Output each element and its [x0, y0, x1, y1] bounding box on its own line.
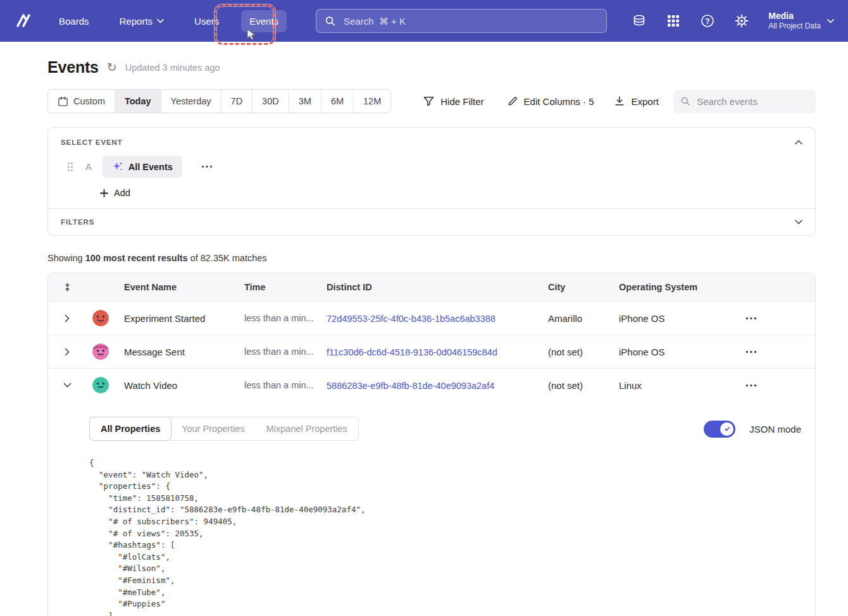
help-icon[interactable]: ? — [700, 13, 715, 28]
event-row-menu-icon[interactable] — [199, 163, 215, 171]
date-range-7d[interactable]: 7D — [221, 90, 253, 113]
drag-handle-icon[interactable] — [67, 162, 73, 172]
expand-row-icon[interactable] — [48, 314, 86, 323]
distinct-id-link[interactable]: 72d49553-25fc-4f0c-b436-1b5ac6ab3388 — [327, 314, 496, 324]
collapse-all-rows-icon[interactable] — [48, 282, 86, 292]
distinct-id-cell: 5886283e-e9fb-48fb-81de-40e9093a2af4 — [318, 380, 539, 391]
page-header: Events ↻ Updated 3 minutes ago — [47, 58, 816, 77]
nav-item-users[interactable]: Users — [186, 10, 227, 32]
city-cell: (not set) — [539, 347, 610, 357]
date-range-6m[interactable]: 6M — [321, 90, 353, 113]
chevron-down-icon — [827, 19, 834, 23]
os-cell: Linux — [610, 380, 722, 391]
date-range-yesterday[interactable]: Yesterday — [161, 90, 221, 113]
settings-gear-icon[interactable] — [734, 13, 749, 28]
row-menu-icon[interactable] — [722, 350, 815, 354]
filters-section-header[interactable]: FILTERS — [48, 208, 815, 235]
edit-columns-button[interactable]: Edit Columns · 5 — [507, 95, 594, 107]
table-row: Message Sent less than a min... f11c30d6… — [48, 335, 815, 368]
event-json-view: { "event": "Watch Video", "properties": … — [89, 457, 801, 616]
toolbar: Custom Today Yesterday 7D 30D 3M 6M 12M … — [47, 89, 816, 113]
col-header-time[interactable]: Time — [235, 282, 318, 292]
date-range-today[interactable]: Today — [115, 90, 161, 113]
table-row: Watch Video less than a min... 5886283e-… — [48, 368, 815, 402]
tab-mixpanel-properties[interactable]: Mixpanel Properties — [256, 417, 358, 440]
apps-grid-icon[interactable] — [666, 13, 681, 28]
results-summary: Showing 100 most recent results of 82.35… — [47, 253, 816, 263]
os-cell: iPhone OS — [610, 347, 722, 357]
mixpanel-logo[interactable] — [14, 11, 33, 30]
edit-columns-label: Edit Columns · 5 — [524, 96, 594, 107]
search-events-input[interactable] — [695, 95, 808, 108]
detail-toolbar: All Properties Your Properties Mixpanel … — [89, 417, 801, 441]
export-label: Export — [631, 96, 658, 107]
event-name: Experiment Started — [115, 313, 235, 324]
event-name: Watch Video — [115, 380, 235, 391]
distinct-id-link[interactable]: 5886283e-e9fb-48fb-81de-40e9093a2af4 — [327, 381, 494, 391]
distinct-id-link[interactable]: f11c30d6-dc6d-4518-9136-0d046159c84d — [327, 347, 497, 357]
date-range-3m[interactable]: 3M — [289, 90, 321, 113]
plus-icon — [100, 189, 108, 197]
filter-funnel-icon — [423, 95, 435, 107]
row-detail-panel: All Properties Your Properties Mixpanel … — [48, 402, 815, 616]
chevron-down-icon — [157, 19, 164, 23]
top-navbar: Boards Reports Users Events — [0, 0, 848, 42]
chevron-down-icon[interactable] — [795, 219, 802, 225]
global-search[interactable] — [316, 9, 607, 33]
city-cell: (not set) — [539, 380, 610, 391]
avatar — [86, 377, 115, 393]
distinct-id-cell: f11c30d6-dc6d-4518-9136-0d046159c84d — [318, 347, 539, 357]
download-icon — [614, 95, 625, 107]
date-range-label: Custom — [73, 96, 105, 106]
event-chip-all-events[interactable]: All Events — [103, 156, 182, 178]
event-name: Message Sent — [115, 347, 235, 357]
date-range-custom[interactable]: Custom — [48, 90, 115, 113]
page-title: Events — [47, 58, 99, 77]
date-range-12m[interactable]: 12M — [353, 90, 390, 113]
events-table: Event Name Time Distinct ID City Operati… — [47, 273, 816, 616]
event-chip-label: All Events — [128, 162, 173, 172]
collapse-row-icon[interactable] — [48, 383, 86, 388]
chevron-up-icon[interactable] — [795, 140, 802, 145]
tab-all-properties[interactable]: All Properties — [89, 417, 171, 441]
search-events-field[interactable] — [673, 90, 816, 113]
mixpanel-logo-icon — [15, 13, 32, 29]
row-menu-icon[interactable] — [722, 384, 815, 387]
expand-row-icon[interactable] — [48, 348, 86, 356]
nav-item-reports[interactable]: Reports — [111, 10, 173, 32]
nav-item-boards[interactable]: Boards — [51, 10, 97, 32]
table-row: Experiment Started less than a min... 72… — [48, 301, 815, 335]
add-event-label: Add — [114, 188, 130, 198]
results-prefix: Showing — [47, 253, 85, 263]
col-header-distinct-id[interactable]: Distinct ID — [318, 282, 539, 292]
navbar-right: ? Media All Project Data — [632, 10, 834, 32]
date-range-30d[interactable]: 30D — [252, 90, 289, 113]
results-suffix: of 82.35K matches — [188, 253, 267, 263]
select-event-header[interactable]: SELECT EVENT — [48, 128, 815, 153]
refresh-icon[interactable]: ↻ — [107, 61, 117, 73]
svg-text:?: ? — [706, 17, 710, 26]
export-button[interactable]: Export — [614, 95, 658, 107]
col-header-os[interactable]: Operating System — [610, 282, 722, 292]
city-cell: Amarillo — [539, 313, 610, 324]
row-menu-icon[interactable] — [722, 317, 815, 320]
project-selector[interactable]: Media All Project Data — [768, 10, 834, 32]
add-event-button[interactable]: Add — [100, 188, 815, 198]
col-header-event-name[interactable]: Event Name — [115, 282, 235, 292]
nav-item-events[interactable]: Events — [241, 10, 287, 32]
nav-links: Boards Reports Users Events — [51, 10, 287, 32]
last-updated-text: Updated 3 minutes ago — [125, 63, 220, 73]
data-management-icon[interactable] — [632, 13, 647, 28]
project-text: Media All Project Data — [768, 10, 821, 32]
tab-your-properties[interactable]: Your Properties — [171, 417, 255, 440]
global-search-input[interactable] — [342, 15, 597, 27]
hide-filter-button[interactable]: Hide Filter — [423, 95, 483, 107]
nav-item-reports-label: Reports — [120, 16, 153, 27]
avatar — [86, 343, 115, 360]
main-content: Events ↻ Updated 3 minutes ago Custom To… — [0, 58, 848, 616]
col-header-city[interactable]: City — [539, 282, 610, 292]
json-mode-toggle[interactable] — [704, 421, 735, 438]
search-icon — [681, 96, 690, 106]
select-event-label: SELECT EVENT — [61, 139, 123, 146]
date-range-segmented-control: Custom Today Yesterday 7D 30D 3M 6M 12M — [47, 89, 391, 113]
